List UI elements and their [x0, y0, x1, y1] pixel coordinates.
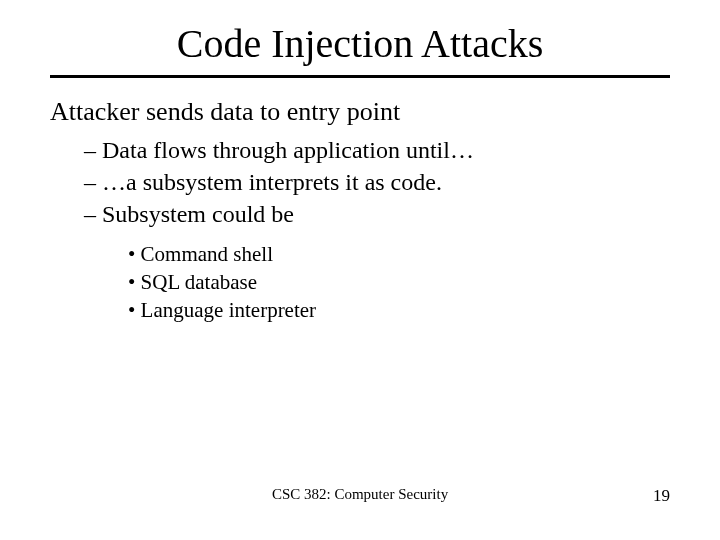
- main-point: Attacker sends data to entry point: [50, 96, 670, 129]
- footer-course: CSC 382: Computer Security: [272, 486, 448, 503]
- sub-point: – Data flows through application until…: [84, 135, 670, 165]
- bullet-point: • SQL database: [128, 269, 670, 295]
- title-underline: [50, 75, 670, 78]
- slide-container: Code Injection Attacks Attacker sends da…: [0, 0, 720, 540]
- slide-title: Code Injection Attacks: [50, 20, 670, 67]
- sub-point: – Subsystem could be: [84, 199, 670, 229]
- bullet-point: • Language interpreter: [128, 297, 670, 323]
- footer-page-number: 19: [653, 486, 670, 506]
- bullet-group: • Command shell • SQL database • Languag…: [50, 241, 670, 324]
- slide-body: Attacker sends data to entry point – Dat…: [50, 96, 670, 323]
- sub-point: – …a subsystem interprets it as code.: [84, 167, 670, 197]
- slide-footer: CSC 382: Computer Security 19: [0, 486, 720, 506]
- bullet-point: • Command shell: [128, 241, 670, 267]
